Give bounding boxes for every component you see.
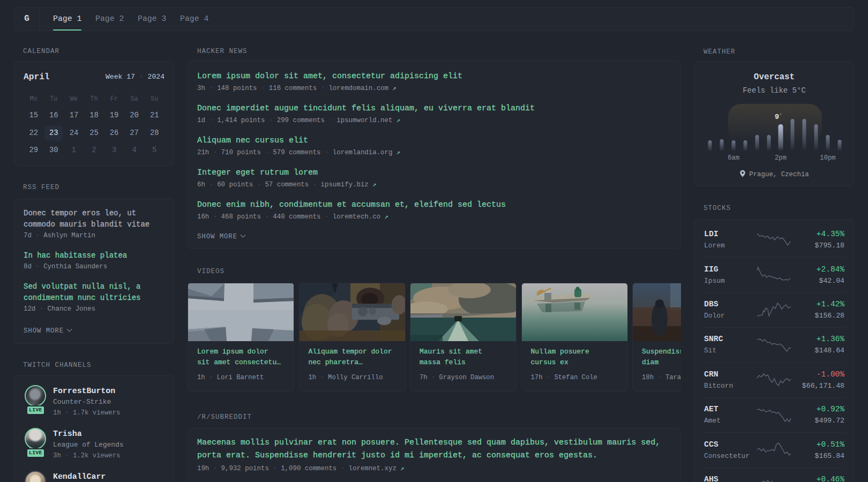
svg-text:10pm: 10pm — [820, 154, 835, 162]
svg-text:6am: 6am — [728, 154, 739, 162]
svg-text:2pm: 2pm — [775, 154, 787, 162]
